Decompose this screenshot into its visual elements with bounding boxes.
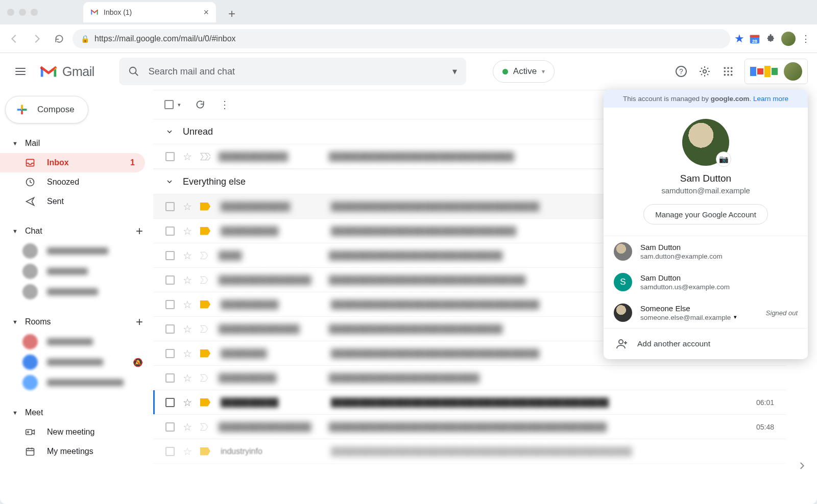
chrome-menu-icon[interactable]: ⋮ [800,33,812,45]
compose-label: Compose [37,105,75,115]
sidebar: Compose ▼Mail Inbox 1 Snoozed [0,90,153,504]
new-tab-button[interactable]: + [223,5,241,22]
gmail-m-icon [39,64,58,79]
svg-point-6 [724,67,726,69]
apps-grid-icon[interactable] [721,64,735,79]
help-icon[interactable]: ? [674,64,688,79]
plus-icon [15,103,29,117]
org-logo-icon[interactable] [744,59,808,84]
meet-section-header[interactable]: ▼Meet [0,403,153,422]
gmail-wordmark: Gmail [62,64,94,79]
search-placeholder: Search mail and chat [149,66,235,77]
manage-account-button[interactable]: Manage your Google Account [643,204,768,224]
chat-contact[interactable] [0,282,153,302]
select-all-checkbox[interactable]: ▾ [164,100,181,109]
svg-point-11 [731,70,733,72]
account-row[interactable]: Sam Duttonsam.dutton@example.com [604,236,808,267]
main-menu-button[interactable] [9,60,32,83]
add-chat-button[interactable]: + [136,224,143,238]
gmail-favicon [90,8,99,16]
tab-title: Inbox (1) [104,8,198,16]
mail-row[interactable]: ☆███████████████████████████████████████… [153,415,786,439]
learn-more-link[interactable]: Learn more [753,95,788,103]
search-options-icon[interactable]: ▾ [452,66,457,77]
search-icon [128,66,139,77]
my-meetings-button[interactable]: My meetings [0,442,145,461]
star-icon[interactable]: ☆ [183,150,192,163]
mail-row[interactable]: ☆industryinfo███████████████████████████… [153,439,786,464]
more-menu-button[interactable]: ⋮ [220,98,230,111]
svg-point-8 [731,67,733,69]
managed-banner: This account is managed by google.com. L… [604,90,808,108]
sidebar-item-inbox[interactable]: Inbox 1 [0,153,145,172]
chevron-down-icon: ▾ [542,68,545,75]
account-email: samdutton.us@example.com [640,283,730,291]
sidebar-item-snoozed[interactable]: Snoozed [0,172,145,192]
room-item[interactable] [0,332,153,352]
person-add-icon [616,338,628,350]
mail-section-header[interactable]: ▼Mail [0,134,153,153]
clock-icon [25,177,36,187]
room-item[interactable] [0,372,153,393]
account-email: someone.else@mail.example [640,314,731,321]
svg-point-14 [731,74,733,76]
browser-tab[interactable]: Inbox (1) × [83,2,216,22]
svg-point-7 [727,67,729,69]
mail-time: 05:48 [756,423,774,431]
window-close-dot[interactable] [7,9,14,16]
account-name: Someone Else [640,304,737,313]
lock-icon: 🔒 [81,35,89,43]
account-row[interactable]: SSam Duttonsamdutton.us@example.com [604,267,808,297]
chat-contact[interactable] [0,261,153,282]
chat-section-header[interactable]: ▼Chat+ [0,221,153,241]
sidebar-item-sent[interactable]: Sent [0,192,145,211]
camera-icon[interactable]: 📷 [716,152,731,167]
nav-forward-button[interactable] [28,30,46,48]
mail-row[interactable]: ☆███████████████████████████████████████… [153,390,786,415]
gmail-logo[interactable]: Gmail [39,64,94,79]
search-bar[interactable]: Search mail and chat ▾ [119,58,466,85]
room-item[interactable]: 🔕 [0,352,153,372]
window-zoom-dot[interactable] [31,9,38,16]
row-checkbox[interactable] [165,152,175,161]
mail-time: 06:01 [756,398,774,407]
account-popover: This account is managed by google.com. L… [604,90,808,359]
account-row[interactable]: Someone Elsesomeone.else@mail.example▾Si… [604,297,808,328]
reload-button[interactable] [50,30,68,48]
account-avatar[interactable] [784,62,802,81]
presence-dot-icon [502,69,508,74]
mute-icon: 🔕 [133,358,143,367]
account-name: Sam Dutton [640,273,730,282]
status-chip[interactable]: Active ▾ [493,60,555,83]
calendar-extension-icon[interactable]: 28 [749,33,761,45]
compose-button[interactable]: Compose [5,96,88,123]
nav-back-button[interactable] [5,30,23,48]
refresh-button[interactable] [195,99,205,110]
address-bar[interactable]: 🔒 https://mail.google.com/mail/u/0/#inbo… [73,29,730,48]
account-email: sam.dutton@example.com [640,253,723,260]
extensions-icon[interactable] [765,33,777,45]
chat-contact[interactable] [0,241,153,261]
caret-down-icon: ▼ [12,319,18,325]
profile-avatar[interactable] [781,32,796,46]
account-avatar [614,242,632,261]
svg-rect-18 [27,448,34,455]
add-account-button[interactable]: Add another account [604,328,808,359]
caret-down-icon: ▼ [12,228,18,234]
mail-row[interactable]: ☆████████████████████████████████████ [153,366,786,390]
importance-icon[interactable] [200,153,210,161]
rooms-section-header[interactable]: ▼Rooms+ [0,312,153,332]
caret-down-icon: ▼ [12,410,18,416]
svg-point-12 [724,74,726,76]
tab-close-icon[interactable]: × [203,7,209,18]
bookmark-star-icon[interactable]: ★ [734,32,744,45]
send-icon [25,196,36,207]
new-meeting-button[interactable]: New meeting [0,422,145,442]
window-minimize-dot[interactable] [19,9,26,16]
add-room-button[interactable]: + [136,315,143,329]
account-avatar [614,304,632,322]
expand-panel-button[interactable] [797,461,806,470]
chevron-down-icon[interactable]: ▾ [734,314,737,320]
svg-text:?: ? [679,67,683,75]
settings-gear-icon[interactable] [698,64,712,79]
